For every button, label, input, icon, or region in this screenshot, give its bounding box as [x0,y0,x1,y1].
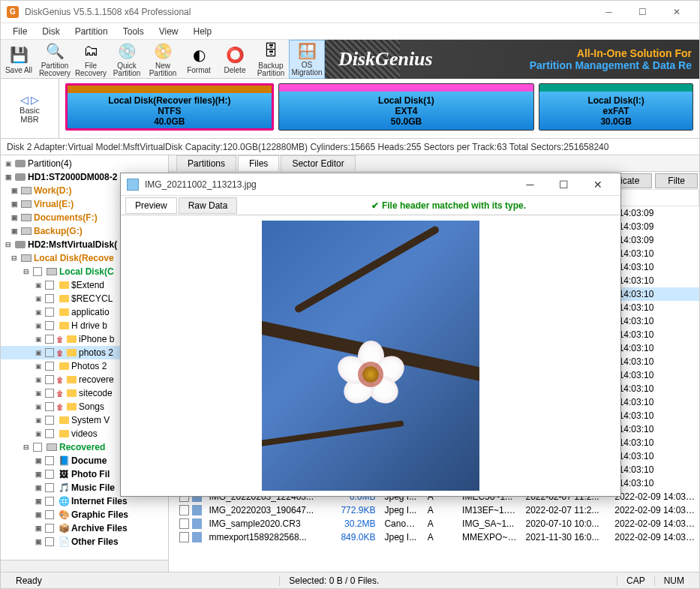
menu-partition[interactable]: Partition [68,25,116,38]
quick-partition-button[interactable]: 💿Quick Partition [109,40,145,79]
menu-file[interactable]: File [5,25,35,38]
partition-block-1[interactable]: Local Disk(1) EXT4 50.0GB [278,83,535,131]
brand-banner: DiskGenius All-In-One Solution For Parti… [325,40,699,79]
preview-body [121,215,620,496]
file-type-icon [192,518,202,529]
disk-icon: 💾 [8,44,29,65]
os-migration-button[interactable]: 🪟OS Migration [289,40,325,79]
save-all-button[interactable]: 💾Save All [1,40,37,79]
status-cap: CAP [617,575,654,586]
brand-tagline-1: All-In-One Solution For [530,47,692,59]
preview-tab-rawdata[interactable]: Raw Data [179,197,238,214]
new-icon: 📀 [152,41,173,61]
status-num: NUM [654,575,693,586]
disc-icon: 💿 [116,41,137,61]
folder-icon: 🗂 [80,41,101,61]
format-button[interactable]: ◐Format [181,40,217,79]
file-type-icon [192,532,202,542]
menu-bar: File Disk Partition Tools View Help [1,23,699,40]
tree-recovered-type[interactable]: ▣📦Archive Files [1,521,168,535]
menu-help[interactable]: Help [186,25,220,38]
partition-recovery-button[interactable]: 🔍Partition Recovery [37,40,73,79]
toolbar: 💾Save All 🔍Partition Recovery 🗂File Reco… [1,40,699,79]
delete-icon: ⭕ [224,44,245,65]
menu-disk[interactable]: Disk [35,25,67,38]
preview-minimize[interactable]: ─ [513,173,547,196]
tree-scrollbar[interactable] [1,560,168,572]
file-type-icon [192,505,202,515]
tab-files[interactable]: Files [238,155,279,171]
tree-recovered-type[interactable]: ▣📄Other Files [1,535,168,548]
preview-status: ✔File header matched with its type. [371,200,526,211]
partition-block-i[interactable]: Local Disk(I:) exFAT 30.0GB [539,83,693,131]
menu-tools[interactable]: Tools [116,25,152,38]
partition-block-h[interactable]: Local Disk(Recover files)(H:) NTFS 40.0G… [65,83,274,131]
brand-name: DiskGenius [338,48,433,71]
disk-info-text: Disk 2 Adapter:Virtual Model:MsftVirtual… [1,139,699,155]
preview-close[interactable]: ✕ [581,173,614,196]
preview-filename: IMG_20211002_113213.jpg [145,179,513,190]
image-file-icon [127,179,139,191]
tab-partitions[interactable]: Partitions [176,155,236,171]
arrow-icons: ◁ ▷ [20,94,40,106]
tree-recovered-type[interactable]: ▣🎨Graphic Files [1,508,168,521]
preview-tab-preview[interactable]: Preview [125,197,177,214]
filter-button[interactable]: Filte [655,173,698,188]
maximize-button[interactable]: ☐ [626,1,659,23]
preview-title-bar: IMG_20211002_113213.jpg ─ ☐ ✕ [121,173,620,196]
file-checkbox[interactable] [179,518,189,529]
disk-map: ◁ ▷ Basic MBR Local Disk(Recover files)(… [1,79,699,139]
delete-button[interactable]: ⭕Delete [217,40,253,79]
minimize-button[interactable]: ─ [592,1,626,23]
menu-view[interactable]: View [152,25,186,38]
status-ready: Ready [7,575,51,586]
close-button[interactable]: ✕ [659,1,693,23]
status-bar: Ready Selected: 0 B / 0 Files. CAP NUM [1,572,699,588]
windows-icon: 🪟 [296,42,317,60]
preview-image [262,221,479,491]
file-checkbox[interactable] [179,505,189,515]
backup-icon: 🗄 [260,41,281,61]
file-row[interactable]: IMG_20220203_190647... 772.9KB Jpeg I...… [169,503,699,517]
title-bar: G DiskGenius V5.5.1.1508 x64 Professiona… [1,1,699,23]
format-icon: ◐ [188,44,209,65]
tab-sector-editor[interactable]: Sector Editor [281,155,355,171]
status-selected: Selected: 0 B / 0 Files. [279,575,388,586]
file-row[interactable]: IMG_sample2020.CR3 30.2MB Canon... A IMG… [169,517,699,530]
preview-maximize[interactable]: ☐ [547,173,581,196]
file-recovery-button[interactable]: 🗂File Recovery [73,40,109,79]
new-partition-button[interactable]: 📀New Partition [145,40,181,79]
app-icon: G [7,6,19,18]
brand-tagline-2: Partition Management & Data Re [530,59,692,71]
backup-partition-button[interactable]: 🗄Backup Partition [253,40,289,79]
preview-window: IMG_20211002_113213.jpg ─ ☐ ✕ Preview Ra… [120,173,621,497]
tree-root-partition[interactable]: ▣Partition(4) [1,157,168,170]
file-row[interactable]: mmexport1589282568... 849.0KB Jpeg I... … [169,530,699,544]
window-title: DiskGenius V5.5.1.1508 x64 Professional [25,7,592,17]
magnify-icon: 🔍 [44,41,65,61]
tabs-row: Partitions Files Sector Editor [169,155,699,172]
file-checkbox[interactable] [179,532,189,542]
disk-selector[interactable]: ◁ ▷ Basic MBR [1,79,59,138]
